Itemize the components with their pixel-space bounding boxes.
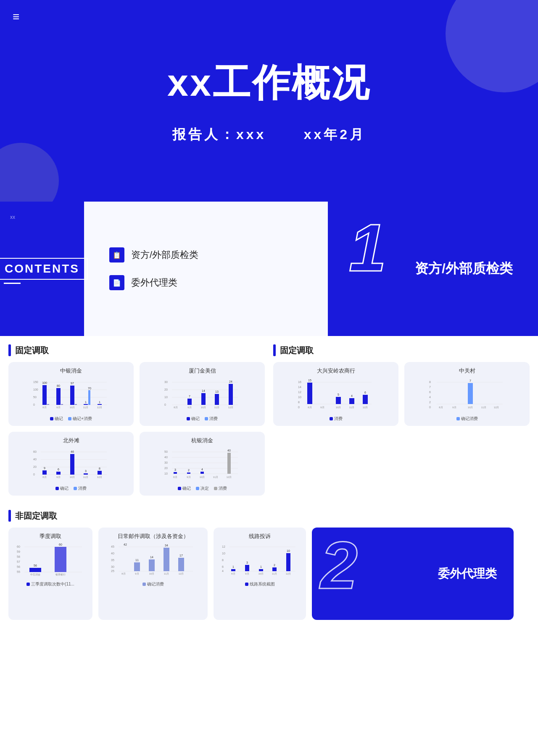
non-fixed-area: 非固定调取 季度调取 60 59 58 57 56 55 56 中芯消金 60	[0, 506, 538, 624]
left-column: 固定调取 中银消金 150 100 50 0	[0, 336, 269, 506]
chart-xiamenjinmeixing: 厦门金美信 30 20 10 0 8月 7 9月	[140, 362, 265, 426]
chart-beiwaiwan: 北外滩 60 40 20 0 9 8月 6 9	[8, 432, 134, 496]
svg-text:50: 50	[33, 396, 37, 399]
contents-right-panel: 1 资方/外部质检类	[328, 202, 538, 336]
section-2-number: 2	[320, 532, 358, 599]
svg-text:9月: 9月	[56, 476, 60, 478]
svg-text:8月: 8月	[308, 406, 311, 409]
svg-text:12月: 12月	[228, 406, 234, 409]
svg-text:50: 50	[164, 450, 168, 453]
svg-text:12月: 12月	[286, 572, 291, 575]
svg-text:1: 1	[99, 401, 100, 404]
right-column: 固定调取 大兴安岭农商行 16 14 12 10 8 0 15 8月	[269, 336, 538, 506]
svg-text:11月: 11月	[349, 406, 355, 409]
svg-text:11月: 11月	[213, 476, 219, 478]
svg-text:1: 1	[260, 565, 262, 568]
svg-text:10月: 10月	[200, 476, 205, 478]
svg-text:11月: 11月	[83, 406, 89, 409]
svg-text:2: 2	[188, 469, 190, 472]
svg-text:11: 11	[135, 559, 139, 562]
contents-item-1-text: 资方/外部质检类	[131, 249, 198, 261]
non-fixed-charts-row: 季度调取 60 59 58 57 56 55 56 中芯消金 60 银商银行	[8, 528, 530, 620]
menu-icon[interactable]: ≡	[13, 10, 19, 24]
svg-rect-153	[134, 562, 140, 571]
bar-chart-daxingan: 16 14 12 10 8 0 15 8月 9月 5	[279, 378, 393, 412]
svg-text:8月: 8月	[42, 406, 46, 409]
fixed-retrieval-header-right: 固定调取	[273, 344, 530, 356]
svg-rect-37	[187, 399, 192, 405]
svg-text:10月: 10月	[70, 476, 75, 478]
chart-zhongguancun: 中关村 8 7 6 4 2 0 8月 9月 7 1	[404, 362, 530, 426]
svg-text:35: 35	[111, 559, 114, 562]
bar-chart-xiamenjinmeixing: 30 20 10 0 8月 7 9月 14	[145, 378, 259, 412]
non-fixed-bar	[8, 510, 11, 522]
svg-rect-142	[55, 547, 66, 572]
svg-text:9: 9	[44, 467, 45, 470]
svg-text:15: 15	[308, 379, 311, 382]
legend-beiwaiwan: 确记 消费	[14, 486, 128, 491]
svg-text:11月: 11月	[83, 476, 89, 478]
contents-section: xx CONTENTS 📋 资方/外部质检类 📄 委外代理类 1 资方/外部质检…	[0, 202, 538, 336]
svg-text:42: 42	[124, 543, 127, 546]
svg-text:20: 20	[164, 388, 168, 391]
svg-text:10月: 10月	[201, 406, 206, 409]
bar-chart-beiwaiwan: 60 40 20 0 9 8月 6 9月	[14, 448, 128, 481]
legend-hangjiexiaojin: 确记 决定 消费	[145, 486, 259, 491]
svg-text:14: 14	[202, 389, 205, 392]
svg-text:10: 10	[164, 396, 168, 399]
svg-rect-92	[227, 453, 231, 474]
svg-text:1: 1	[232, 565, 234, 568]
svg-text:8月: 8月	[439, 406, 443, 409]
svg-text:3: 3	[85, 470, 87, 472]
svg-text:9月: 9月	[320, 406, 324, 409]
contents-left-panel: xx CONTENTS	[0, 202, 84, 336]
svg-rect-113	[363, 395, 368, 404]
fixed-retrieval-label-right: 固定调取	[280, 345, 314, 356]
svg-text:3: 3	[174, 468, 176, 471]
legend-richang: 确记消费	[104, 581, 202, 587]
svg-text:8月: 8月	[174, 406, 177, 409]
svg-rect-25	[98, 404, 102, 405]
svg-text:8月: 8月	[42, 476, 46, 478]
chart-title-xianlu: 线路投诉	[219, 533, 300, 540]
svg-rect-107	[336, 397, 341, 404]
svg-text:11月: 11月	[481, 406, 487, 409]
svg-text:150: 150	[33, 381, 38, 383]
svg-rect-173	[231, 569, 235, 571]
svg-text:6: 6	[364, 391, 366, 394]
svg-text:46: 46	[71, 450, 74, 453]
svg-text:5: 5	[338, 393, 339, 396]
svg-text:银商银行: 银商银行	[55, 573, 66, 576]
svg-text:60: 60	[59, 543, 62, 546]
svg-text:12月: 12月	[97, 406, 103, 409]
svg-text:8: 8	[99, 467, 100, 470]
svg-text:10月: 10月	[468, 406, 473, 409]
contents-item-1: 📋 资方/外部质检类	[109, 247, 328, 262]
svg-text:10月: 10月	[70, 406, 75, 409]
svg-text:80: 80	[57, 384, 60, 387]
svg-rect-110	[349, 398, 354, 404]
legend-xianlu: 线路系统截图	[219, 581, 300, 587]
svg-text:45: 45	[111, 545, 114, 548]
svg-text:13: 13	[215, 390, 219, 393]
svg-text:20: 20	[164, 467, 168, 470]
svg-text:14: 14	[298, 386, 301, 388]
svg-text:30: 30	[164, 381, 168, 383]
svg-text:9月: 9月	[187, 476, 190, 478]
svg-rect-179	[259, 569, 263, 571]
svg-text:7: 7	[469, 379, 471, 382]
svg-rect-176	[245, 565, 249, 571]
svg-rect-156	[149, 559, 155, 571]
svg-text:12月: 12月	[227, 476, 232, 478]
date-label: xx年2月	[304, 127, 366, 142]
svg-rect-103	[307, 383, 312, 404]
fixed-retrieval-header-left: 固定调取	[8, 344, 265, 356]
chart-title-zhongguancun: 中关村	[410, 367, 524, 375]
svg-text:7: 7	[429, 386, 431, 388]
svg-text:6: 6	[429, 391, 431, 394]
svg-text:12月: 12月	[494, 406, 499, 409]
svg-text:12月: 12月	[363, 406, 368, 409]
svg-rect-85	[187, 472, 190, 474]
svg-rect-162	[178, 558, 184, 571]
svg-text:11月: 11月	[164, 572, 169, 575]
